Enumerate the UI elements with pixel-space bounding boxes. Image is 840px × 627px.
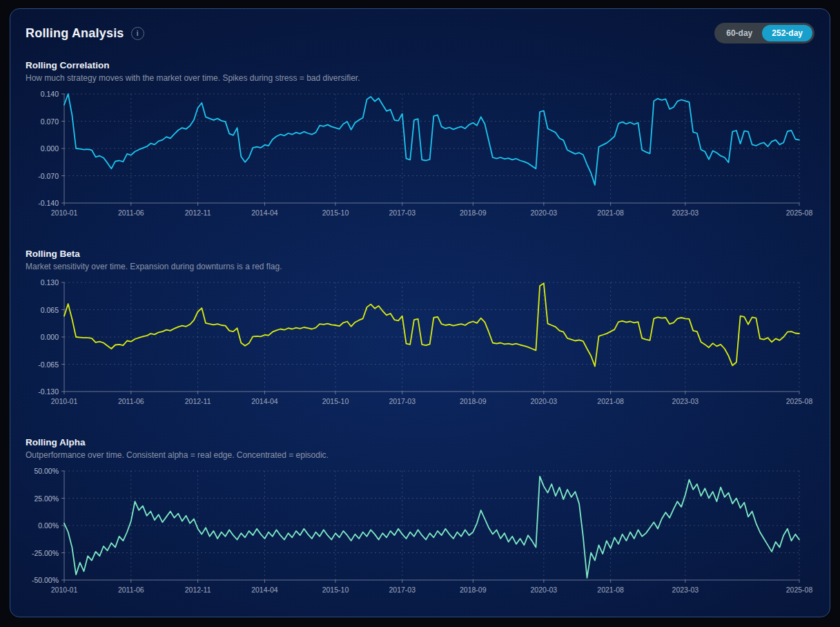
toggle-252-day-button[interactable]: 252-day (762, 25, 812, 41)
x-tick-label: 2018-09 (460, 586, 487, 594)
x-tick-label: 2017-03 (389, 209, 416, 217)
x-tick-label: 2014-04 (251, 397, 278, 405)
x-tick-label: 2017-03 (389, 586, 416, 594)
y-tick-label: -0.130 (38, 387, 59, 396)
x-tick-label: 2020-03 (531, 397, 558, 405)
window-toggle-group: 60-day 252-day (714, 23, 814, 44)
x-tick-label: 2021-08 (597, 586, 624, 594)
x-tick-label: 2012-11 (185, 209, 211, 217)
x-tick-label: 2015-10 (322, 586, 349, 594)
x-tick-label: 2014-04 (251, 209, 278, 217)
x-tick-label: 2012-11 (185, 586, 211, 594)
x-tick-label: 2023-03 (672, 209, 699, 217)
y-tick-label: -0.140 (38, 199, 59, 207)
x-tick-label: 2011-06 (118, 397, 144, 405)
y-tick-label: 0.065 (41, 306, 59, 314)
x-tick-label: 2015-10 (322, 209, 349, 217)
rolling-alpha-line (64, 476, 799, 578)
x-tick-label: 2025-08 (786, 397, 813, 405)
correlation-chart: 0.1400.0700.000-0.070-0.1402010-012011-0… (26, 88, 814, 221)
alpha-chart-subtitle: Outperformance over time. Consistent alp… (26, 450, 814, 460)
x-tick-label: 2017-03 (389, 397, 416, 405)
rolling-analysis-panel: Rolling Analysis i 60-day 252-day Rollin… (10, 8, 830, 617)
x-tick-label: 2011-06 (118, 209, 144, 217)
x-tick-label: 2025-08 (786, 586, 813, 594)
alpha-chart-title: Rolling Alpha (26, 437, 814, 447)
x-tick-label: 2011-06 (118, 586, 144, 594)
y-tick-label: 0.00% (38, 521, 59, 530)
page-title: Rolling Analysis (26, 26, 124, 41)
y-tick-label: -0.070 (38, 172, 59, 180)
y-tick-label: 0.070 (41, 117, 59, 126)
y-tick-label: -0.065 (38, 360, 59, 369)
rolling-beta-line-svg: 0.1300.0650.000-0.065-0.1302010-012011-0… (26, 277, 816, 409)
beta-chart-title: Rolling Beta (26, 249, 814, 259)
x-tick-label: 2021-08 (597, 209, 624, 217)
x-tick-label: 2010-01 (51, 209, 78, 217)
info-icon[interactable]: i (131, 27, 144, 40)
section-rolling-beta: Rolling Beta Market sensitivity over tim… (26, 249, 814, 409)
beta-chart-subtitle: Market sensitivity over time. Expansion … (26, 262, 814, 271)
x-tick-label: 2018-09 (460, 209, 487, 217)
x-tick-label: 2021-08 (597, 397, 624, 405)
y-tick-label: 0.000 (41, 144, 59, 153)
x-tick-label: 2010-01 (51, 586, 78, 594)
correlation-chart-subtitle: How much strategy moves with the market … (26, 73, 814, 83)
x-tick-label: 2015-10 (322, 397, 349, 405)
section-rolling-correlation: Rolling Correlation How much strategy mo… (26, 60, 814, 221)
x-tick-label: 2018-09 (460, 397, 487, 405)
y-tick-label: -50.00% (32, 576, 59, 584)
alpha-chart: 50.00%25.00%0.00%-25.00%-50.00%2010-0120… (26, 465, 814, 598)
rolling-beta-line (64, 283, 799, 366)
beta-chart: 0.1300.0650.000-0.065-0.1302010-012011-0… (26, 277, 814, 409)
rolling-alpha-line-svg: 50.00%25.00%0.00%-25.00%-50.00%2010-0120… (26, 465, 816, 598)
x-tick-label: 2020-03 (531, 586, 558, 594)
panel-header: Rolling Analysis i 60-day 252-day (26, 23, 814, 44)
x-tick-label: 2020-03 (531, 209, 558, 217)
correlation-chart-title: Rolling Correlation (26, 60, 814, 70)
y-tick-label: -25.00% (32, 549, 59, 557)
y-tick-label: 50.00% (34, 467, 59, 475)
x-tick-label: 2012-11 (185, 397, 211, 405)
y-tick-label: 25.00% (34, 494, 59, 503)
rolling-correlation-line-svg: 0.1400.0700.000-0.070-0.1402010-012011-0… (26, 88, 816, 221)
section-rolling-alpha: Rolling Alpha Outperformance over time. … (26, 437, 814, 598)
x-tick-label: 2025-08 (786, 209, 813, 217)
y-tick-label: 0.130 (41, 278, 59, 287)
x-tick-label: 2023-03 (672, 397, 699, 405)
rolling-correlation-line (64, 94, 799, 185)
x-tick-label: 2023-03 (672, 586, 699, 594)
toggle-60-day-button[interactable]: 60-day (716, 25, 762, 41)
y-tick-label: 0.000 (41, 333, 59, 341)
x-tick-label: 2010-01 (51, 397, 78, 405)
y-tick-label: 0.140 (41, 90, 59, 98)
x-tick-label: 2014-04 (251, 586, 278, 594)
